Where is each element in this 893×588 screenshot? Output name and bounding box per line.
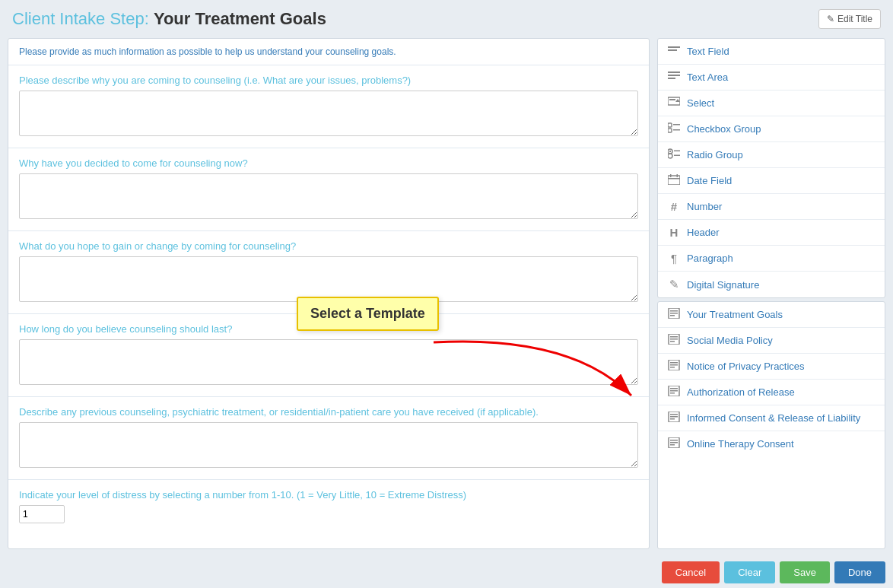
template-label-1: Social Media Policy: [687, 335, 773, 346]
template-informed-consent[interactable]: Informed Consent & Release of Liability: [658, 405, 885, 431]
sidebar-item-select[interactable]: Select: [658, 91, 885, 116]
section6-label: Indicate your level of distress by selec…: [19, 489, 638, 501]
section2-textarea[interactable]: [19, 173, 638, 219]
svg-rect-27: [670, 336, 678, 338]
svg-rect-3: [668, 72, 680, 73]
section1-textarea[interactable]: [19, 91, 638, 136]
svg-rect-18: [668, 176, 680, 185]
template-icon-1: [667, 334, 681, 347]
section5-textarea[interactable]: [19, 422, 638, 468]
sidebar-item-header[interactable]: H Header: [658, 220, 885, 246]
form-panel: Please provide as much information as po…: [8, 38, 650, 549]
template-label-4: Informed Consent & Release of Liability: [687, 412, 860, 424]
paragraph-label: Paragraph: [687, 253, 733, 264]
sidebar-item-date-field[interactable]: Date Field: [658, 168, 885, 194]
svg-rect-33: [670, 367, 675, 368]
svg-rect-44: [670, 442, 678, 443]
sidebar-item-paragraph[interactable]: ¶ Paragraph: [658, 246, 885, 272]
save-button[interactable]: Save: [780, 561, 830, 583]
done-button[interactable]: Done: [834, 561, 885, 583]
svg-rect-17: [674, 155, 680, 157]
template-social-media-policy[interactable]: Social Media Policy: [658, 328, 885, 354]
svg-rect-28: [670, 338, 678, 340]
section5-label: Describe any previous counseling, psychi…: [19, 406, 638, 418]
text-area-icon: [667, 71, 681, 84]
page-title: Client Intake Step: Your Treatment Goals: [12, 9, 326, 29]
svg-rect-9: [668, 123, 672, 127]
template-auth-release[interactable]: Authorization of Release: [658, 380, 885, 405]
template-label-0: Your Treatment Goals: [687, 309, 783, 320]
svg-point-14: [669, 151, 671, 152]
svg-rect-29: [670, 341, 675, 342]
svg-rect-11: [668, 129, 672, 132]
radio-group-icon: [667, 148, 681, 161]
template-icon-4: [667, 412, 681, 424]
svg-rect-36: [670, 390, 678, 392]
svg-rect-19: [668, 178, 680, 180]
header-icon: H: [667, 226, 681, 239]
svg-rect-1: [668, 46, 680, 48]
digital-signature-label: Digital Signature: [687, 279, 759, 291]
form-section-6: Indicate your level of distress by selec…: [8, 480, 649, 532]
sidebar: Text Field Text Area Select: [657, 38, 885, 549]
section1-label: Please describe why you are coming to co…: [19, 75, 638, 86]
distress-number-input[interactable]: [19, 505, 65, 523]
title-main: Your Treatment Goals: [154, 9, 326, 28]
template-your-treatment-goals[interactable]: Your Treatment Goals: [658, 302, 885, 328]
svg-rect-41: [670, 418, 675, 420]
digital-signature-icon: ✎: [667, 278, 681, 291]
cancel-button[interactable]: Cancel: [662, 561, 720, 583]
svg-rect-43: [670, 440, 678, 441]
svg-rect-31: [670, 362, 678, 364]
svg-rect-39: [670, 414, 678, 415]
templates-panel: Your Treatment Goals Social Media Policy…: [657, 301, 885, 549]
svg-rect-45: [670, 444, 675, 446]
template-icon-3: [667, 386, 681, 399]
sidebar-item-checkbox-group[interactable]: Checkbox Group: [658, 116, 885, 142]
svg-rect-12: [673, 129, 680, 131]
text-area-label: Text Area: [687, 72, 728, 83]
template-icon-0: [667, 308, 681, 321]
template-label-2: Notice of Privacy Practices: [687, 361, 805, 372]
number-label: Number: [687, 201, 722, 212]
sidebar-item-text-field[interactable]: Text Field: [658, 39, 885, 65]
section3-label: What do you hope to gain or change by co…: [19, 240, 638, 252]
template-notice-of-privacy[interactable]: Notice of Privacy Practices: [658, 354, 885, 380]
components-panel: Text Field Text Area Select: [657, 38, 885, 298]
clear-button[interactable]: Clear: [724, 561, 775, 583]
date-field-label: Date Field: [687, 175, 732, 186]
number-icon: #: [667, 200, 681, 213]
svg-rect-15: [674, 151, 680, 152]
checkbox-group-label: Checkbox Group: [687, 123, 761, 135]
section2-label: Why have you decided to come for counsel…: [19, 157, 638, 169]
section3-textarea[interactable]: [19, 256, 638, 302]
action-bar: Cancel Clear Save Done: [0, 557, 893, 588]
svg-rect-32: [670, 364, 678, 366]
sidebar-item-number[interactable]: # Number: [658, 194, 885, 220]
header-label: Header: [687, 227, 720, 238]
sidebar-item-digital-signature[interactable]: ✎ Digital Signature: [658, 272, 885, 297]
form-section-1: Please describe why you are coming to co…: [8, 65, 649, 148]
template-online-therapy-consent[interactable]: Online Therapy Consent: [658, 431, 885, 456]
section4-textarea[interactable]: [19, 339, 638, 385]
svg-rect-7: [669, 99, 675, 100]
svg-rect-5: [668, 78, 675, 79]
form-section-5: Describe any previous counseling, psychi…: [8, 397, 649, 480]
title-prefix: Client Intake Step:: [12, 9, 154, 28]
select-template-tooltip: Select a Template: [297, 297, 439, 331]
sidebar-item-radio-group[interactable]: Radio Group: [658, 142, 885, 168]
select-label: Select: [687, 97, 714, 109]
svg-rect-23: [670, 310, 678, 312]
svg-rect-40: [670, 416, 678, 418]
svg-marker-8: [675, 99, 680, 102]
svg-rect-4: [668, 75, 680, 76]
edit-title-button[interactable]: ✎ Edit Title: [818, 9, 881, 29]
form-section-2: Why have you decided to come for counsel…: [8, 148, 649, 231]
paragraph-icon: ¶: [667, 252, 681, 265]
template-icon-5: [667, 437, 681, 450]
svg-point-16: [668, 154, 672, 158]
text-field-label: Text Field: [687, 46, 729, 57]
svg-rect-24: [670, 313, 678, 314]
sidebar-item-text-area[interactable]: Text Area: [658, 65, 885, 91]
radio-group-label: Radio Group: [687, 149, 743, 161]
